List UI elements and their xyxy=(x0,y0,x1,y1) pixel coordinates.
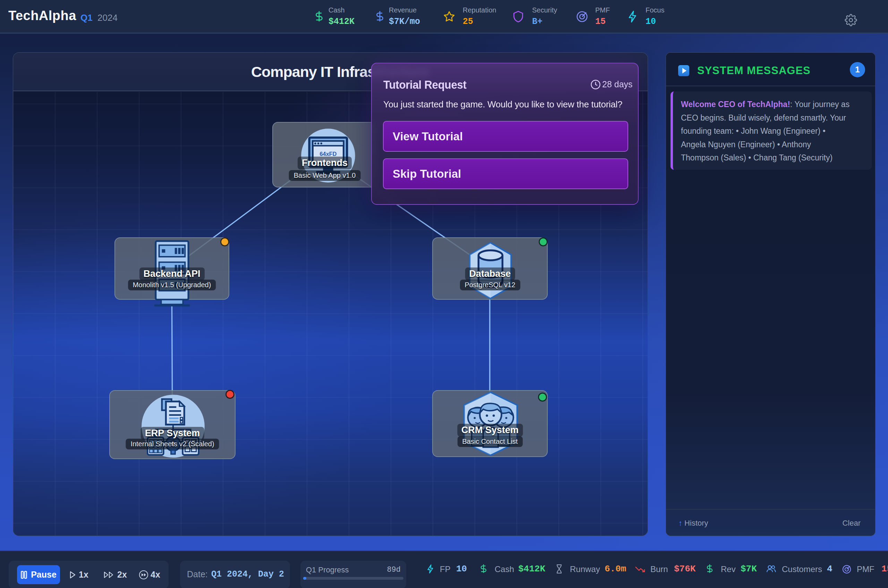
svg-text:64xFD: 64xFD xyxy=(320,151,337,157)
